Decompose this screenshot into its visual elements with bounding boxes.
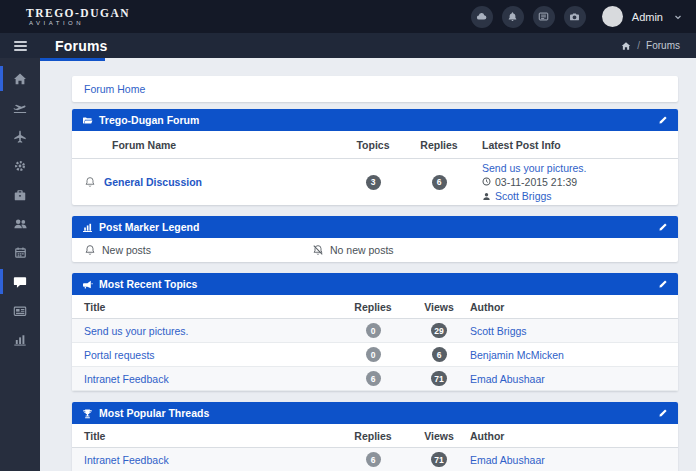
clock-icon [482, 177, 491, 186]
replies-badge: 6 [366, 452, 381, 467]
replies-badge: 0 [366, 347, 381, 362]
col-replies: Replies [338, 430, 408, 442]
recent-table-header: Title Replies Views Author [72, 295, 678, 319]
sidebar-item-reports[interactable] [0, 325, 40, 354]
legend-panel-title: Post Marker Legend [99, 221, 199, 233]
plane-icon [13, 130, 27, 144]
topic-row: Portal requests 0 6 Benjamin McMicken [72, 343, 678, 367]
logo-line1: TREGO-DUGAN [26, 7, 160, 19]
menu-toggle-icon[interactable] [0, 41, 40, 51]
user-avatar[interactable] [602, 6, 623, 27]
edit-pencil-icon[interactable] [658, 408, 668, 418]
forum-table-header: Forum Name Topics Replies Latest Post In… [72, 131, 678, 159]
legend-panel: Post Marker Legend New posts No new post… [72, 216, 678, 262]
col-author: Author [470, 301, 666, 313]
col-topics: Topics [338, 139, 408, 151]
author-link[interactable]: Scott Briggs [470, 325, 527, 337]
edit-pencil-icon[interactable] [658, 115, 668, 125]
forum-panel: Trego-Dugan Forum Forum Name Topics Repl… [72, 109, 678, 205]
sidebar-item-home[interactable] [0, 64, 40, 93]
author-link[interactable]: Emad Abushaar [470, 454, 545, 466]
new-posts-label: New posts [102, 244, 151, 256]
views-badge: 6 [432, 347, 447, 362]
col-replies: Replies [338, 301, 408, 313]
legend-chart-icon [82, 222, 93, 233]
page-title: Forums [55, 38, 108, 54]
popular-table-body: Intranet Feedback 6 71 Emad Abushaar Por… [72, 448, 678, 471]
comments-icon [13, 275, 27, 289]
topic-title-link[interactable]: Portal requests [84, 349, 155, 361]
calendar-icon [14, 246, 27, 259]
home-icon [13, 72, 27, 86]
forum-home-link[interactable]: Forum Home [84, 83, 145, 95]
sidebar-item-settings[interactable] [0, 151, 40, 180]
cloud-icon[interactable] [471, 6, 493, 28]
user-name[interactable]: Admin [632, 11, 663, 23]
author-link[interactable]: Benjamin McMicken [470, 349, 564, 361]
thread-title-link[interactable]: Intranet Feedback [84, 454, 169, 466]
flight-takeoff-icon [13, 101, 27, 115]
col-forum-name: Forum Name [84, 139, 338, 151]
popular-table-header: Title Replies Views Author [72, 424, 678, 448]
forum-row: General Discussion 3 6 Send us your pict… [72, 159, 678, 205]
breadcrumb-current: Forums [646, 40, 680, 51]
col-latest-post: Latest Post Info [470, 139, 666, 151]
breadcrumb-separator: / [637, 40, 640, 51]
topic-row: Intranet Feedback 6 71 Emad Abushaar [72, 367, 678, 391]
edit-pencil-icon[interactable] [658, 222, 668, 232]
forum-name-link[interactable]: General Discussion [104, 176, 202, 188]
recent-table-body: Send us your pictures. 0 29 Scott Briggs… [72, 319, 678, 391]
bell-icon[interactable] [502, 6, 524, 28]
edit-pencil-icon[interactable] [658, 279, 668, 289]
main-content: Forum Home Trego-Dugan Forum Forum Name … [40, 58, 696, 471]
forum-table-body: General Discussion 3 6 Send us your pict… [72, 159, 678, 205]
col-views: Views [408, 301, 470, 313]
popular-panel-header: Most Popular Threads [72, 402, 678, 424]
list-icon[interactable] [533, 6, 555, 28]
trophy-icon [82, 408, 93, 419]
briefcase-icon [13, 188, 27, 202]
popular-panel-title: Most Popular Threads [99, 407, 209, 419]
views-badge: 71 [431, 452, 446, 467]
folder-open-icon [82, 115, 93, 126]
col-views: Views [408, 430, 470, 442]
topbar-actions: Admin [462, 6, 696, 28]
legend-no-new-posts: No new posts [312, 244, 394, 256]
sidebar-item-news[interactable] [0, 296, 40, 325]
latest-post-author-link[interactable]: Scott Briggs [495, 189, 552, 203]
bell-slash-icon [312, 244, 324, 256]
col-replies: Replies [408, 139, 470, 151]
topic-title-link[interactable]: Intranet Feedback [84, 373, 169, 385]
users-icon [13, 216, 28, 231]
sidebar-item-flights[interactable] [0, 93, 40, 122]
recent-panel-header: Most Recent Topics [72, 273, 678, 295]
chevron-down-icon[interactable] [674, 13, 682, 21]
author-link[interactable]: Emad Abushaar [470, 373, 545, 385]
legend-items: New posts No new posts [72, 238, 678, 262]
thread-row: Intranet Feedback 6 71 Emad Abushaar [72, 448, 678, 471]
bell-outline-icon [84, 176, 96, 188]
sidebar-item-forums[interactable] [0, 267, 40, 296]
page-header: Forums / Forums [0, 33, 696, 58]
bar-chart-icon [13, 333, 27, 347]
megaphone-icon [82, 279, 93, 290]
forum-panel-header: Trego-Dugan Forum [72, 109, 678, 131]
sidebar-item-calendar[interactable] [0, 238, 40, 267]
recent-panel-title: Most Recent Topics [99, 278, 197, 290]
sidebar-item-operations[interactable] [0, 180, 40, 209]
latest-post-datetime: 03-11-2015 21:39 [495, 175, 577, 189]
topic-title-link[interactable]: Send us your pictures. [84, 325, 188, 337]
sidebar-item-aircraft[interactable] [0, 122, 40, 151]
breadcrumb: / Forums [621, 40, 696, 51]
recent-topics-panel: Most Recent Topics Title Replies Views A… [72, 273, 678, 391]
home-icon[interactable] [621, 41, 631, 51]
sidebar-nav [0, 58, 40, 471]
views-badge: 29 [431, 323, 446, 338]
views-badge: 71 [431, 371, 446, 386]
top-bar: TREGO-DUGAN AVIATION Admin [0, 0, 696, 33]
camera-icon[interactable] [564, 6, 586, 28]
sidebar-item-users[interactable] [0, 209, 40, 238]
latest-post-link[interactable]: Send us your pictures. [482, 162, 586, 174]
topic-row: Send us your pictures. 0 29 Scott Briggs [72, 319, 678, 343]
forum-panel-title: Trego-Dugan Forum [99, 114, 199, 126]
